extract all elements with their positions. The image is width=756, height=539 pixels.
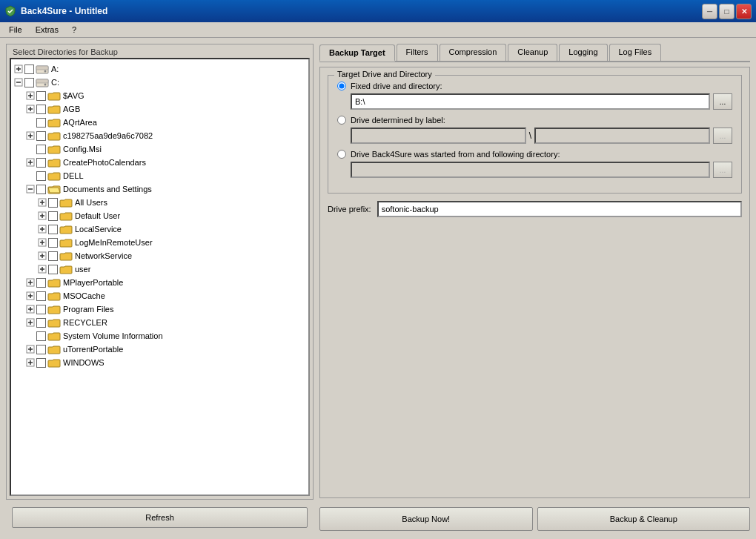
- tree-expander[interactable]: [24, 277, 36, 288]
- tree-expander[interactable]: [13, 76, 24, 88]
- label-drive-radio[interactable]: [337, 116, 346, 125]
- tree-expander[interactable]: [24, 357, 36, 368]
- tree-checkbox[interactable]: [36, 278, 46, 288]
- tree-checkbox[interactable]: [48, 225, 58, 234]
- tree-folder-icon: [47, 157, 61, 168]
- tab-log-files[interactable]: Log Files: [609, 44, 662, 61]
- tree-checkbox[interactable]: [24, 65, 34, 74]
- tree-folder-icon: [47, 304, 61, 314]
- tab-backup-target[interactable]: Backup Target: [319, 44, 395, 62]
- tree-checkbox[interactable]: [36, 105, 46, 114]
- tab-logging[interactable]: Logging: [559, 44, 607, 61]
- tree-checkbox[interactable]: [48, 265, 58, 274]
- tree-checkbox[interactable]: [36, 291, 46, 301]
- tree-item[interactable]: LogMeInRemoteUser: [11, 236, 308, 249]
- tree-expander[interactable]: [24, 303, 36, 315]
- tree-item[interactable]: Config.Msi: [11, 142, 308, 156]
- fixed-drive-radio[interactable]: [337, 82, 346, 90]
- tree-checkbox[interactable]: [24, 78, 34, 87]
- tree-item[interactable]: MPlayerPortable: [11, 276, 308, 289]
- minimize-button[interactable]: ─: [702, 4, 717, 19]
- tree-expander[interactable]: [36, 210, 48, 222]
- tree-checkbox[interactable]: [36, 158, 46, 168]
- label-drive-input-row: \ ...: [351, 128, 732, 144]
- tree-expander[interactable]: [24, 90, 36, 102]
- tree-item[interactable]: user: [11, 262, 308, 276]
- tree-expander[interactable]: [36, 223, 48, 235]
- tab-cleanup[interactable]: Cleanup: [508, 44, 557, 61]
- tree-item[interactable]: System Volume Information: [11, 329, 308, 343]
- maximize-button[interactable]: □: [719, 4, 735, 19]
- tree-checkbox[interactable]: [48, 251, 58, 261]
- tree-expander[interactable]: [36, 263, 48, 275]
- tree-expander[interactable]: [24, 103, 36, 115]
- started-drive-browse[interactable]: ...: [713, 162, 732, 178]
- tree-item[interactable]: DELL: [11, 169, 308, 182]
- tree-expander[interactable]: [24, 317, 36, 328]
- tab-compression[interactable]: Compression: [440, 44, 507, 61]
- started-drive-input[interactable]: [351, 162, 710, 178]
- fixed-drive-input[interactable]: [351, 93, 710, 110]
- tree-folder-icon: [36, 64, 49, 74]
- tree-item-label: C:: [51, 78, 59, 87]
- tree-checkbox[interactable]: [36, 318, 46, 328]
- menu-file[interactable]: File: [3, 24, 28, 36]
- tree-item[interactable]: MSOCache: [11, 289, 308, 302]
- tree-item[interactable]: AQrtArea: [11, 116, 308, 129]
- tree-item[interactable]: $AVG: [11, 89, 308, 102]
- tree-item[interactable]: c198275aa9de9a6c7082: [11, 129, 308, 142]
- menu-extras[interactable]: Extras: [30, 24, 64, 36]
- close-button[interactable]: ✕: [736, 4, 752, 19]
- tab-filters[interactable]: Filters: [397, 44, 438, 61]
- tree-item[interactable]: WINDOWS: [11, 356, 308, 369]
- tree-expander[interactable]: [24, 343, 36, 355]
- backup-now-button[interactable]: Backup Now!: [319, 507, 533, 531]
- tree-expander[interactable]: [24, 130, 36, 142]
- tree-expander[interactable]: [36, 196, 48, 208]
- tree-item[interactable]: LocalService: [11, 222, 308, 236]
- tree-checkbox[interactable]: [36, 345, 46, 354]
- tree-checkbox[interactable]: [36, 145, 46, 154]
- tree-item[interactable]: Documents and Settings: [11, 182, 308, 196]
- tree-item[interactable]: NetworkService: [11, 249, 308, 262]
- tree-folder-icon: [47, 357, 61, 368]
- tree-item[interactable]: All Users: [11, 196, 308, 209]
- tree-checkbox[interactable]: [48, 211, 58, 221]
- tree-checkbox[interactable]: [36, 131, 46, 141]
- tree-expander[interactable]: [13, 63, 24, 75]
- tree-item[interactable]: RECYCLER: [11, 316, 308, 329]
- tree-checkbox[interactable]: [36, 91, 46, 101]
- tree-item[interactable]: Default User: [11, 209, 308, 222]
- tree-expander[interactable]: [36, 237, 48, 248]
- tree-expander[interactable]: [36, 250, 48, 262]
- tree-checkbox[interactable]: [36, 305, 46, 314]
- tree-checkbox[interactable]: [36, 358, 46, 368]
- directory-tree[interactable]: A:C:$AVGAGBAQrtAreac198275aa9de9a6c7082C…: [10, 58, 310, 496]
- tree-item-label: user: [75, 265, 90, 274]
- tree-item[interactable]: C:: [11, 76, 308, 89]
- backup-cleanup-button[interactable]: Backup & Cleanup: [537, 507, 751, 531]
- tree-item[interactable]: CreatePhotoCalendars: [11, 156, 308, 169]
- tree-checkbox[interactable]: [48, 238, 58, 248]
- window-controls: ─ □ ✕: [702, 4, 752, 19]
- tree-checkbox[interactable]: [36, 118, 46, 128]
- tree-item[interactable]: Program Files: [11, 302, 308, 316]
- tree-checkbox[interactable]: [36, 171, 46, 181]
- label-drive-left-input[interactable]: [351, 128, 526, 144]
- drive-prefix-input[interactable]: [377, 201, 742, 217]
- started-drive-radio[interactable]: [337, 150, 346, 159]
- label-drive-browse[interactable]: ...: [713, 128, 732, 144]
- tree-expander[interactable]: [24, 183, 36, 195]
- tree-checkbox[interactable]: [36, 185, 46, 194]
- fixed-drive-browse[interactable]: ...: [713, 93, 732, 110]
- tree-checkbox[interactable]: [36, 331, 46, 341]
- tree-item[interactable]: A:: [11, 62, 308, 76]
- tree-item[interactable]: uTorrentPortable: [11, 343, 308, 356]
- menu-help[interactable]: ?: [66, 24, 82, 36]
- refresh-button[interactable]: Refresh: [12, 507, 308, 528]
- tree-expander[interactable]: [24, 156, 36, 168]
- tree-expander[interactable]: [24, 290, 36, 302]
- label-drive-right-input[interactable]: [534, 128, 710, 144]
- tree-item[interactable]: AGB: [11, 102, 308, 116]
- tree-checkbox[interactable]: [48, 198, 58, 208]
